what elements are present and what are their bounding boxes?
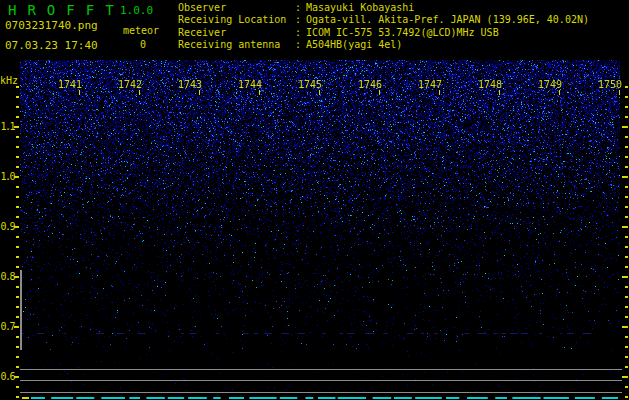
freq-major-tick-left [14, 126, 19, 128]
info-row-location: Receiving Location:Ogata-vill. Akita-Pre… [178, 14, 589, 26]
freq-minor-tick-right [625, 366, 628, 368]
meteor-counter-label: meteor [123, 25, 159, 36]
time-tick [139, 90, 140, 95]
station-info-block: Observer:Masayuki Kobayashi Receiving Lo… [178, 2, 589, 52]
info-label: Receiving antenna [178, 39, 295, 51]
freq-major-tick-right [622, 376, 628, 378]
freq-major-tick-right [622, 326, 628, 328]
freq-major-tick-right [622, 276, 628, 278]
freq-minor-tick-right [625, 346, 628, 348]
freq-minor-tick-right [625, 196, 628, 198]
freq-minor-tick-left [16, 116, 19, 118]
freq-minor-tick-left [16, 196, 19, 198]
reference-line-upper [20, 369, 622, 370]
freq-label: 1.0 [0, 171, 14, 182]
freq-minor-tick-left [16, 216, 19, 218]
freq-major-tick-right [622, 176, 628, 178]
time-label: 1748 [478, 79, 502, 90]
freq-minor-tick-left [16, 206, 19, 208]
time-tick [379, 90, 380, 95]
freq-minor-tick-right [625, 386, 628, 388]
freq-minor-tick-left [16, 306, 19, 308]
time-tick [499, 90, 500, 95]
info-label: Observer [178, 2, 295, 14]
freq-minor-tick-left [16, 346, 19, 348]
freq-major-tick-left [14, 326, 19, 328]
freq-minor-tick-left [16, 316, 19, 318]
freq-minor-tick-left [16, 146, 19, 148]
freq-minor-tick-right [625, 146, 628, 148]
freq-minor-tick-right [625, 106, 628, 108]
freq-minor-tick-left [16, 286, 19, 288]
freq-minor-tick-left [16, 296, 19, 298]
app-version: 1.0.0 [120, 4, 153, 17]
freq-minor-tick-left [16, 356, 19, 358]
info-label: Receiving Location [178, 14, 295, 26]
freq-minor-tick-left [16, 246, 19, 248]
freq-major-tick-left [14, 376, 19, 378]
info-row-observer: Observer:Masayuki Kobayashi [178, 2, 589, 14]
time-label: 1746 [358, 79, 382, 90]
freq-minor-tick-left [16, 86, 19, 88]
time-label: 1745 [298, 79, 322, 90]
colon-separator: : [295, 14, 306, 26]
time-tick [619, 90, 620, 95]
freq-minor-tick-left [16, 256, 19, 258]
filename-label: 0703231740.png [5, 19, 98, 32]
colon-separator: : [295, 39, 306, 51]
info-value: A504HB(yagi 4el) [306, 39, 402, 50]
freq-major-tick-right [622, 226, 628, 228]
freq-minor-tick-right [625, 296, 628, 298]
freq-minor-tick-right [625, 306, 628, 308]
hrofft-spectrogram-window: HROFFT 1.0.0 0703231740.png 07.03.23 17:… [0, 0, 629, 400]
freq-minor-tick-left [16, 166, 19, 168]
freq-minor-tick-right [625, 256, 628, 258]
freq-minor-tick-right [625, 316, 628, 318]
freq-minor-tick-left [16, 156, 19, 158]
freq-major-tick-right [622, 126, 628, 128]
freq-label: 1.1 [0, 121, 14, 132]
calibration-bar [20, 270, 22, 350]
info-label: Receiver [178, 27, 295, 39]
freq-minor-tick-right [625, 286, 628, 288]
freq-major-tick-left [14, 176, 19, 178]
freq-minor-tick-right [625, 86, 628, 88]
info-value: ICOM IC-575 53.7492(@LCD)MHz USB [306, 27, 499, 38]
time-label: 1741 [58, 79, 82, 90]
freq-minor-tick-left [16, 396, 19, 398]
freq-minor-tick-right [625, 156, 628, 158]
time-tick [319, 90, 320, 95]
time-tick [439, 90, 440, 95]
freq-minor-tick-left [16, 136, 19, 138]
colon-separator: : [295, 27, 306, 39]
freq-minor-tick-right [625, 396, 628, 398]
time-label: 1744 [238, 79, 262, 90]
freq-minor-tick-right [625, 216, 628, 218]
time-tick [559, 90, 560, 95]
freq-minor-tick-right [625, 336, 628, 338]
freq-minor-tick-left [16, 266, 19, 268]
time-label: 1747 [418, 79, 442, 90]
time-tick [79, 90, 80, 95]
freq-major-tick-left [14, 276, 19, 278]
freq-minor-tick-right [625, 96, 628, 98]
freq-minor-tick-left [16, 386, 19, 388]
freq-minor-tick-right [625, 246, 628, 248]
freq-major-tick-left [14, 226, 19, 228]
app-title: HROFFT [8, 2, 125, 18]
colon-separator: : [295, 2, 306, 14]
freq-minor-tick-left [16, 236, 19, 238]
freq-minor-tick-right [625, 116, 628, 118]
freq-minor-tick-right [625, 166, 628, 168]
info-value: Masayuki Kobayashi [306, 2, 414, 13]
freq-label: 0.7 [0, 321, 14, 332]
freq-minor-tick-right [625, 136, 628, 138]
freq-label: 0.8 [0, 271, 14, 282]
info-row-antenna: Receiving antenna:A504HB(yagi 4el) [178, 39, 589, 51]
time-tick [199, 90, 200, 95]
datetime-label: 07.03.23 17:40 [5, 39, 98, 52]
time-label: 1743 [178, 79, 202, 90]
time-label: 1742 [118, 79, 142, 90]
reference-line-middle [20, 380, 622, 381]
spectrogram-noise-canvas [20, 60, 620, 400]
